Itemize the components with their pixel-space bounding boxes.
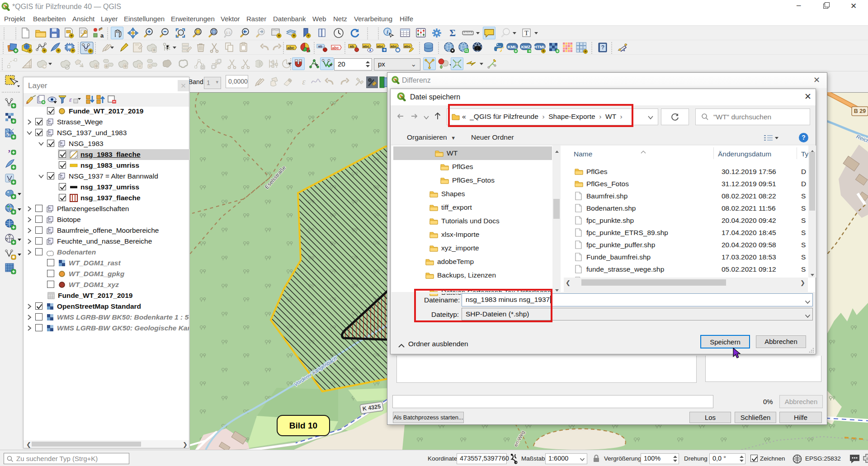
svg-text:ab: ab	[318, 44, 322, 48]
svg-text:1:1: 1:1	[226, 31, 231, 35]
svg-text:✱: ✱	[123, 64, 127, 69]
svg-text:abc: abc	[377, 44, 383, 48]
svg-text:ε: ε	[69, 96, 72, 103]
svg-text:✱: ✱	[57, 48, 60, 53]
svg-text:✱: ✱	[70, 33, 73, 38]
svg-text:B 29: B 29	[854, 108, 866, 114]
svg-text:✕: ✕	[148, 64, 152, 69]
svg-text:abc: abc	[332, 46, 339, 50]
svg-text:abc: abc	[363, 44, 369, 48]
svg-text:abc: abc	[391, 44, 397, 48]
svg-text:✱: ✱	[89, 49, 92, 53]
svg-text:abc: abc	[287, 46, 294, 50]
svg-text:Σ: Σ	[449, 28, 456, 38]
svg-text:ε: ε	[302, 77, 306, 86]
svg-text:✱: ✱	[542, 49, 545, 53]
svg-text:✱: ✱	[307, 33, 310, 38]
svg-text:,: ,	[8, 143, 10, 153]
svg-text:✱: ✱	[71, 48, 75, 53]
svg-text:✱: ✱	[152, 48, 156, 52]
svg-text:KMZ: KMZ	[521, 44, 531, 49]
svg-text:KML: KML	[508, 44, 517, 49]
svg-text:✱: ✱	[28, 48, 32, 53]
svg-text:✱: ✱	[12, 255, 15, 259]
svg-text:✱: ✱	[292, 33, 296, 38]
svg-text:T: T	[524, 29, 528, 37]
svg-text:✱: ✱	[105, 64, 108, 69]
svg-text:HTML: HTML	[534, 44, 546, 49]
svg-text:✱: ✱	[94, 64, 98, 69]
svg-text:✱: ✱	[42, 48, 46, 53]
svg-text:a: a	[100, 32, 104, 39]
svg-text:ab: ab	[350, 44, 354, 48]
svg-text:✱: ✱	[277, 33, 281, 38]
svg-text:abc: abc	[404, 44, 410, 48]
svg-text:✕: ✕	[138, 64, 142, 69]
svg-text:?: ?	[601, 44, 604, 51]
svg-text:✱: ✱	[584, 49, 587, 54]
